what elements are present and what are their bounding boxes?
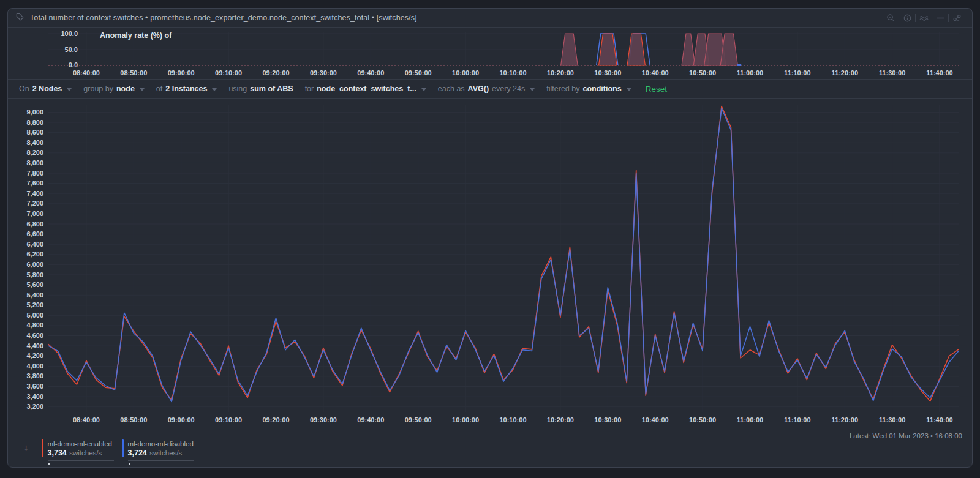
svg-text:6,000: 6,000 bbox=[26, 261, 43, 268]
svg-text:09:00:00: 09:00:00 bbox=[168, 416, 195, 424]
svg-text:6,400: 6,400 bbox=[26, 241, 43, 248]
svg-text:11:00:00: 11:00:00 bbox=[737, 69, 763, 77]
zoom-out-icon[interactable] bbox=[883, 12, 899, 23]
chevron-down-icon bbox=[140, 88, 145, 91]
chevron-down-icon bbox=[212, 88, 217, 91]
svg-text:09:30:00: 09:30:00 bbox=[310, 69, 337, 77]
svg-text:11:20:00: 11:20:00 bbox=[832, 69, 858, 77]
svg-text:10:40:00: 10:40:00 bbox=[642, 416, 669, 424]
svg-text:6,800: 6,800 bbox=[26, 220, 43, 228]
series-line-ml-demo-ml-enabled[interactable] bbox=[48, 106, 959, 401]
svg-text:11:30:00: 11:30:00 bbox=[879, 416, 905, 424]
svg-text:7,000: 7,000 bbox=[26, 210, 43, 217]
svg-text:7,400: 7,400 bbox=[26, 190, 43, 197]
svg-text:8,000: 8,000 bbox=[26, 159, 43, 166]
svg-text:10:40:00: 10:40:00 bbox=[642, 69, 669, 77]
panel-title: Total number of context switches • prome… bbox=[30, 13, 417, 22]
svg-text:4,600: 4,600 bbox=[26, 332, 43, 339]
chevron-down-icon bbox=[530, 88, 535, 91]
svg-text:09:00:00: 09:00:00 bbox=[168, 69, 195, 77]
svg-text:3,200: 3,200 bbox=[26, 403, 43, 410]
svg-text:5,000: 5,000 bbox=[26, 312, 43, 319]
share-icon[interactable] bbox=[949, 12, 965, 23]
svg-text:4,200: 4,200 bbox=[26, 352, 43, 359]
svg-text:3,400: 3,400 bbox=[26, 393, 43, 400]
anomaly-waves-icon[interactable] bbox=[916, 12, 932, 23]
svg-text:7,800: 7,800 bbox=[26, 170, 43, 177]
svg-text:10:10:00: 10:10:00 bbox=[499, 416, 526, 424]
info-icon[interactable] bbox=[899, 12, 915, 23]
filter-token-instances-dropdown[interactable]: of2 Instances bbox=[156, 84, 217, 93]
legend-value-bar bbox=[48, 460, 114, 461]
svg-text:09:10:00: 09:10:00 bbox=[215, 69, 242, 77]
svg-text:8,400: 8,400 bbox=[26, 139, 43, 146]
svg-text:6,200: 6,200 bbox=[26, 250, 43, 258]
svg-text:09:30:00: 09:30:00 bbox=[310, 416, 337, 424]
main-timeseries-chart[interactable]: 3,2003,4003,6003,8004,0004,2004,4004,600… bbox=[8, 99, 972, 430]
filter-token-using-function[interactable]: usingsum of ABS bbox=[228, 84, 293, 93]
svg-text:50.0: 50.0 bbox=[65, 46, 78, 53]
filter-token-metric-dropdown[interactable]: fornode_context_switches_t... bbox=[305, 84, 426, 93]
svg-text:3,600: 3,600 bbox=[26, 383, 43, 390]
minimize-icon[interactable] bbox=[932, 12, 948, 23]
chevron-down-icon bbox=[67, 88, 72, 91]
svg-text:8,200: 8,200 bbox=[26, 149, 43, 156]
svg-text:4,800: 4,800 bbox=[26, 321, 43, 329]
svg-text:09:40:00: 09:40:00 bbox=[357, 416, 384, 424]
panel-footer: Latest: Wed 01 Mar 2023 • 16:08:00 ↓ ml-… bbox=[8, 430, 972, 468]
svg-text:08:50:00: 08:50:00 bbox=[120, 416, 147, 424]
svg-text:5,600: 5,600 bbox=[26, 281, 43, 288]
filter-token-nodes-dropdown[interactable]: On2 Nodes bbox=[19, 84, 72, 93]
svg-text:11:10:00: 11:10:00 bbox=[784, 69, 810, 77]
svg-text:7,200: 7,200 bbox=[26, 200, 43, 207]
svg-text:09:50:00: 09:50:00 bbox=[405, 69, 432, 77]
svg-text:11:20:00: 11:20:00 bbox=[832, 416, 858, 424]
svg-text:11:10:00: 11:10:00 bbox=[784, 416, 810, 424]
svg-text:4,000: 4,000 bbox=[26, 362, 43, 370]
legend-swatch bbox=[42, 439, 43, 457]
svg-text:09:50:00: 09:50:00 bbox=[405, 416, 432, 424]
svg-text:09:10:00: 09:10:00 bbox=[215, 416, 242, 424]
svg-text:10:50:00: 10:50:00 bbox=[689, 69, 716, 77]
svg-text:5,800: 5,800 bbox=[26, 271, 43, 278]
legend-item-ml-demo-ml-disabled[interactable]: ml-demo-ml-disabled3,724 switches/s bbox=[122, 439, 194, 461]
svg-text:11:00:00: 11:00:00 bbox=[737, 416, 763, 424]
series-line-ml-demo-ml-disabled[interactable] bbox=[48, 108, 959, 402]
titlebar-toolbar bbox=[883, 12, 965, 23]
svg-text:10:30:00: 10:30:00 bbox=[594, 416, 621, 424]
svg-text:09:40:00: 09:40:00 bbox=[357, 69, 384, 77]
series-legend: ↓ ml-demo-ml-enabled3,734 switches/sml-d… bbox=[24, 439, 194, 461]
svg-text:4,400: 4,400 bbox=[26, 342, 43, 349]
expression-filter-bar: On2 Nodesgroup bynodeof2 Instancesusings… bbox=[8, 79, 972, 99]
legend-item-ml-demo-ml-enabled[interactable]: ml-demo-ml-enabled3,734 switches/s bbox=[42, 439, 114, 461]
svg-text:11:40:00: 11:40:00 bbox=[926, 69, 952, 77]
svg-text:10:20:00: 10:20:00 bbox=[547, 69, 574, 77]
main-chart-svg[interactable]: 3,2003,4003,6003,8004,0004,2004,4004,600… bbox=[8, 99, 972, 427]
svg-text:6,600: 6,600 bbox=[26, 230, 43, 237]
reset-button[interactable]: Reset bbox=[646, 84, 667, 94]
filter-token-group-by-dropdown[interactable]: group bynode bbox=[83, 84, 145, 93]
panel-titlebar: Total number of context switches • prome… bbox=[8, 9, 972, 28]
svg-text:08:50:00: 08:50:00 bbox=[120, 69, 147, 77]
svg-text:10:10:00: 10:10:00 bbox=[499, 69, 526, 77]
svg-text:09:20:00: 09:20:00 bbox=[262, 69, 289, 77]
svg-text:3,800: 3,800 bbox=[26, 372, 43, 379]
svg-text:5,400: 5,400 bbox=[26, 291, 43, 299]
chevron-down-icon bbox=[627, 88, 631, 91]
sort-descending-icon[interactable]: ↓ bbox=[24, 442, 29, 452]
filter-token-conditions-dropdown[interactable]: filtered byconditions bbox=[546, 84, 631, 93]
svg-text:11:30:00: 11:30:00 bbox=[879, 69, 905, 77]
svg-text:7,600: 7,600 bbox=[26, 179, 43, 187]
svg-text:0.0: 0.0 bbox=[69, 61, 78, 69]
svg-text:10:50:00: 10:50:00 bbox=[689, 416, 716, 424]
svg-text:10:00:00: 10:00:00 bbox=[452, 416, 479, 424]
svg-text:10:30:00: 10:30:00 bbox=[594, 69, 621, 77]
filter-token-aggregation-dropdown[interactable]: each asAVG()every 24s bbox=[438, 84, 535, 93]
svg-text:11:40:00: 11:40:00 bbox=[926, 416, 952, 424]
anomaly-rate-chart[interactable]: 100.050.00.008:40:0008:50:0009:00:0009:1… bbox=[8, 28, 972, 79]
svg-text:09:20:00: 09:20:00 bbox=[262, 416, 289, 424]
svg-text:8,600: 8,600 bbox=[26, 129, 43, 136]
svg-text:100.0: 100.0 bbox=[61, 30, 78, 37]
metric-panel: Total number of context switches • prome… bbox=[7, 8, 973, 468]
anomaly-chart-label: Anomaly rate (%) of bbox=[100, 31, 172, 40]
